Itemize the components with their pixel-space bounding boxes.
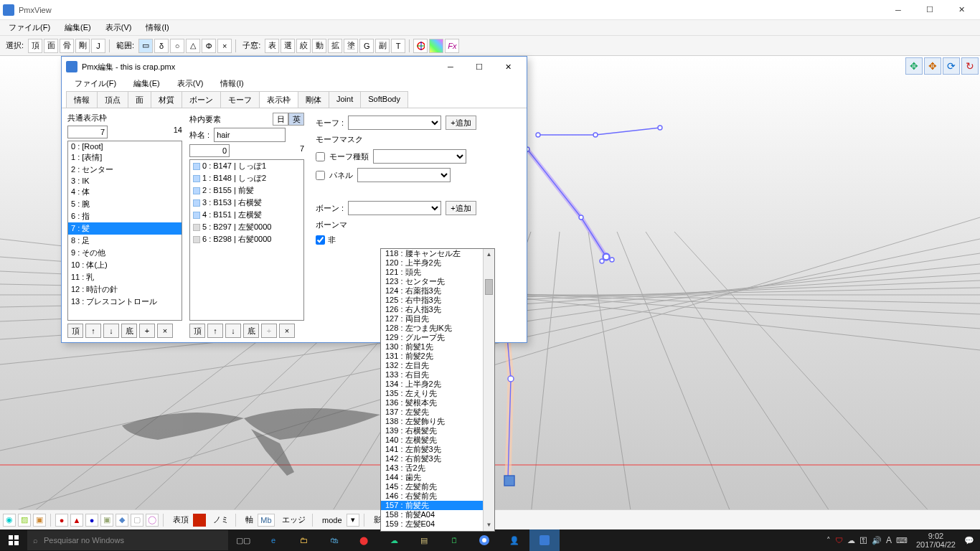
bb-nomi[interactable]: ノミ xyxy=(211,514,231,525)
tray-onedrive-icon[interactable]: ☁ xyxy=(847,536,855,545)
right-1[interactable] xyxy=(429,39,443,53)
dropdown-item[interactable]: 127 : 両目先 xyxy=(381,314,483,324)
bb-2[interactable]: ▣ xyxy=(33,514,46,527)
list-item[interactable]: 11 : 乳 xyxy=(68,271,182,283)
task-pmx[interactable] xyxy=(529,529,560,551)
kid-1[interactable]: 選 xyxy=(281,39,295,53)
cmenu-view[interactable]: 表示(V) xyxy=(169,77,212,91)
tab-7[interactable]: 剛体 xyxy=(298,91,329,108)
add-morph-button[interactable]: +追加 xyxy=(446,116,476,130)
scroll-up-icon[interactable]: ▲ xyxy=(484,249,494,260)
dropdown-item[interactable]: 133 : 右目先 xyxy=(381,370,483,380)
bb-axis[interactable]: 軸 xyxy=(243,514,255,525)
dropdown-item[interactable]: 126 : 右人指3先 xyxy=(381,305,483,314)
list-btn-2[interactable]: ↓ xyxy=(225,324,241,338)
cmenu-file[interactable]: ファイル(F) xyxy=(66,77,125,91)
kid-0[interactable]: 表 xyxy=(265,39,279,53)
dropdown-item[interactable]: 158 : 前髪A04 xyxy=(381,510,483,519)
element-list[interactable]: 0 : B147 | しっぽ11 : B148 | しっぽ22 : B155 |… xyxy=(189,159,304,321)
task-store[interactable]: 🛍 xyxy=(319,529,349,551)
tray-lang[interactable]: A xyxy=(886,535,892,545)
tab-9[interactable]: SoftBody xyxy=(360,91,408,108)
task-app4[interactable]: 🗒 xyxy=(439,529,469,551)
bb-7[interactable]: ◆ xyxy=(116,514,128,527)
dropdown-item[interactable]: 118 : 腰キャンセル左 xyxy=(381,249,483,258)
list-btn-3[interactable]: 底 xyxy=(243,324,259,338)
bb-4[interactable]: ▲ xyxy=(70,514,83,527)
sel-bone[interactable]: 骨 xyxy=(60,39,74,53)
dropdown-item[interactable]: 138 : 左髪飾り先 xyxy=(381,417,483,426)
minimize-button[interactable]: ─ xyxy=(882,0,914,20)
cmenu-info[interactable]: 情報(I) xyxy=(212,77,252,91)
dropdown-item[interactable]: 120 : 上半身2先 xyxy=(381,258,483,268)
panel-select[interactable] xyxy=(357,168,451,182)
bb-color[interactable] xyxy=(193,514,206,527)
kid-8[interactable]: T xyxy=(391,39,405,53)
kid-7[interactable]: 副 xyxy=(375,39,390,53)
dropdown-item[interactable]: 143 : 舌2先 xyxy=(381,463,483,473)
morph-type-select[interactable] xyxy=(373,149,466,164)
scroll-down-icon[interactable]: ▼ xyxy=(484,519,494,531)
tab-3[interactable]: 材質 xyxy=(151,91,182,108)
dropdown-item[interactable]: 130 : 前髪1先 xyxy=(381,342,483,352)
menu-view[interactable]: 表示(V) xyxy=(98,20,139,35)
list-btn-5[interactable]: × xyxy=(157,324,173,338)
task-edge[interactable]: e xyxy=(258,529,288,551)
task-app2[interactable]: ☁ xyxy=(379,529,409,551)
panel-checkbox[interactable] xyxy=(316,171,325,180)
menu-edit[interactable]: 編集(E) xyxy=(57,20,98,35)
list-btn-0[interactable]: 頂 xyxy=(67,324,83,338)
range-delta[interactable]: δ xyxy=(154,39,169,53)
dropdown-item[interactable]: 125 : 右中指3先 xyxy=(381,296,483,305)
list-item[interactable]: 7 : 髪 xyxy=(68,222,182,235)
tray-up-icon[interactable]: ˄ xyxy=(826,536,831,545)
list-item[interactable]: 4 : 体 xyxy=(68,186,182,198)
sel-face[interactable]: 面 xyxy=(44,39,58,53)
dropdown-item[interactable]: 121 : 頭先 xyxy=(381,268,483,277)
rotate-icon[interactable]: ↻ xyxy=(961,57,979,75)
dropdown-item[interactable]: 146 : 右髪前先 xyxy=(381,491,483,501)
list-item[interactable]: 0 : [Root] xyxy=(68,141,182,151)
col2-index-input[interactable] xyxy=(189,144,230,157)
task-app1[interactable]: ⬤ xyxy=(349,529,379,551)
tab-8[interactable]: Joint xyxy=(329,91,361,108)
child-max-button[interactable]: ☐ xyxy=(465,58,494,75)
add-bone-button[interactable]: +追加 xyxy=(446,201,476,215)
dropdown-item[interactable]: 157 : 前髪先 xyxy=(381,501,483,510)
scroll-thumb[interactable] xyxy=(485,279,493,295)
cmenu-edit[interactable]: 編集(E) xyxy=(125,77,169,91)
range-phi[interactable]: Φ xyxy=(202,39,216,53)
tray-notifications-icon[interactable]: 💬 xyxy=(964,536,974,545)
dropdown-item[interactable]: 135 : 左えり先 xyxy=(381,389,483,398)
list-item[interactable]: 2 : B155 | 前髪 xyxy=(190,184,303,197)
task-chrome[interactable] xyxy=(469,529,499,551)
list-item[interactable]: 6 : B298 | 右髪0000 xyxy=(190,233,303,245)
list-btn-4[interactable]: + xyxy=(261,324,277,338)
sel-joint[interactable]: J xyxy=(91,39,105,53)
dropdown-item[interactable]: 159 : 左髪E04 xyxy=(381,519,483,529)
move-icon[interactable]: ✥ xyxy=(924,57,941,75)
lang-en[interactable]: 英 xyxy=(288,113,304,126)
bone-select[interactable] xyxy=(348,201,441,215)
tab-4[interactable]: ボーン xyxy=(182,91,221,108)
list-item[interactable]: 5 : 腕 xyxy=(68,198,182,210)
list-btn-1[interactable]: ↑ xyxy=(85,324,101,338)
list-item[interactable]: 6 : 指 xyxy=(68,210,182,222)
list-item[interactable]: 13 : ブレスコントロール xyxy=(68,296,182,308)
dropdown-item[interactable]: 136 : 髪根本先 xyxy=(381,398,483,408)
list-btn-5[interactable]: × xyxy=(279,324,295,338)
bb-mb[interactable]: Mb xyxy=(258,514,275,527)
bb-9[interactable]: ◯ xyxy=(146,514,159,527)
range-tri[interactable]: △ xyxy=(186,39,200,53)
taskbar-search[interactable]: ⌕ Pesquisar no Windows xyxy=(27,530,228,550)
list-btn-0[interactable]: 頂 xyxy=(189,324,205,338)
list-item[interactable]: 12 : 時計の針 xyxy=(68,283,182,296)
tray-wifi-icon[interactable]: ⚿ xyxy=(859,536,867,545)
list-item[interactable]: 1 : B148 | しっぽ2 xyxy=(190,172,303,184)
range-rect[interactable]: ▭ xyxy=(138,39,153,53)
list-item[interactable]: 3 : IK xyxy=(68,176,182,186)
bb-mode[interactable]: mode xyxy=(320,516,344,524)
right-0[interactable] xyxy=(413,39,428,53)
list-item[interactable]: 0 : B147 | しっぽ1 xyxy=(190,160,303,172)
sel-vertex[interactable]: 頂 xyxy=(28,39,42,53)
